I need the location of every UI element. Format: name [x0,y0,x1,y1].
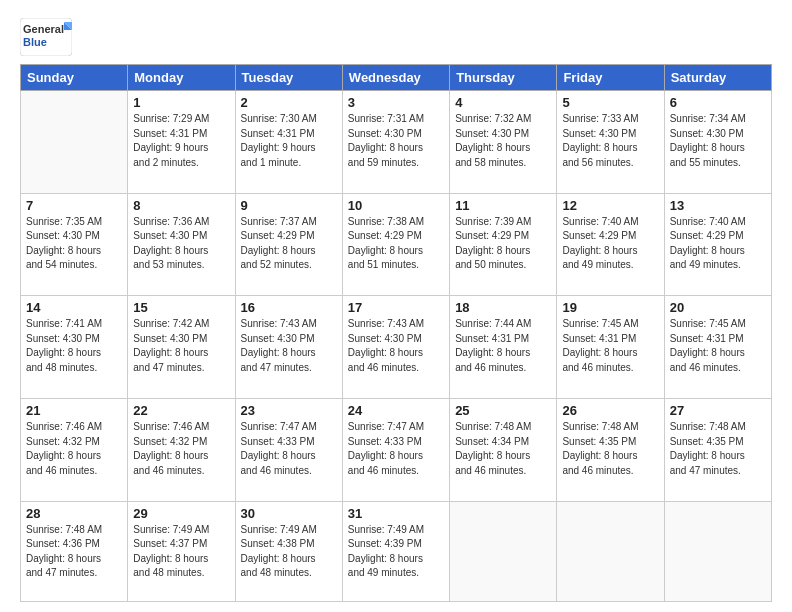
calendar-cell: 15Sunrise: 7:42 AMSunset: 4:30 PMDayligh… [128,296,235,399]
calendar-cell: 25Sunrise: 7:48 AMSunset: 4:34 PMDayligh… [450,399,557,502]
cell-content: Sunrise: 7:43 AMSunset: 4:30 PMDaylight:… [348,317,444,375]
cell-content: Sunrise: 7:47 AMSunset: 4:33 PMDaylight:… [241,420,337,478]
day-number: 7 [26,198,122,213]
day-number: 17 [348,300,444,315]
week-row-3: 14Sunrise: 7:41 AMSunset: 4:30 PMDayligh… [21,296,772,399]
week-row-1: 1Sunrise: 7:29 AMSunset: 4:31 PMDaylight… [21,91,772,194]
day-number: 3 [348,95,444,110]
day-number: 1 [133,95,229,110]
calendar-cell: 11Sunrise: 7:39 AMSunset: 4:29 PMDayligh… [450,193,557,296]
calendar-cell: 29Sunrise: 7:49 AMSunset: 4:37 PMDayligh… [128,501,235,601]
day-number: 4 [455,95,551,110]
calendar-cell: 5Sunrise: 7:33 AMSunset: 4:30 PMDaylight… [557,91,664,194]
calendar-cell: 30Sunrise: 7:49 AMSunset: 4:38 PMDayligh… [235,501,342,601]
cell-content: Sunrise: 7:36 AMSunset: 4:30 PMDaylight:… [133,215,229,273]
day-number: 23 [241,403,337,418]
calendar-cell [450,501,557,601]
cell-content: Sunrise: 7:43 AMSunset: 4:30 PMDaylight:… [241,317,337,375]
calendar-cell [21,91,128,194]
cell-content: Sunrise: 7:38 AMSunset: 4:29 PMDaylight:… [348,215,444,273]
cell-content: Sunrise: 7:48 AMSunset: 4:35 PMDaylight:… [562,420,658,478]
day-header-row: SundayMondayTuesdayWednesdayThursdayFrid… [21,65,772,91]
calendar-cell: 20Sunrise: 7:45 AMSunset: 4:31 PMDayligh… [664,296,771,399]
day-number: 15 [133,300,229,315]
day-number: 10 [348,198,444,213]
day-header-monday: Monday [128,65,235,91]
calendar-cell: 8Sunrise: 7:36 AMSunset: 4:30 PMDaylight… [128,193,235,296]
calendar-cell [664,501,771,601]
day-number: 18 [455,300,551,315]
calendar-cell: 17Sunrise: 7:43 AMSunset: 4:30 PMDayligh… [342,296,449,399]
day-number: 16 [241,300,337,315]
day-number: 25 [455,403,551,418]
cell-content: Sunrise: 7:29 AMSunset: 4:31 PMDaylight:… [133,112,229,170]
day-number: 30 [241,506,337,521]
day-number: 14 [26,300,122,315]
logo-svg: General Blue [20,18,72,56]
day-number: 19 [562,300,658,315]
cell-content: Sunrise: 7:40 AMSunset: 4:29 PMDaylight:… [670,215,766,273]
cell-content: Sunrise: 7:45 AMSunset: 4:31 PMDaylight:… [562,317,658,375]
calendar-cell: 3Sunrise: 7:31 AMSunset: 4:30 PMDaylight… [342,91,449,194]
day-number: 6 [670,95,766,110]
cell-content: Sunrise: 7:40 AMSunset: 4:29 PMDaylight:… [562,215,658,273]
calendar-cell: 18Sunrise: 7:44 AMSunset: 4:31 PMDayligh… [450,296,557,399]
day-header-sunday: Sunday [21,65,128,91]
calendar-cell: 19Sunrise: 7:45 AMSunset: 4:31 PMDayligh… [557,296,664,399]
day-number: 24 [348,403,444,418]
svg-text:General: General [23,23,64,35]
cell-content: Sunrise: 7:48 AMSunset: 4:34 PMDaylight:… [455,420,551,478]
calendar-cell: 4Sunrise: 7:32 AMSunset: 4:30 PMDaylight… [450,91,557,194]
calendar-cell: 2Sunrise: 7:30 AMSunset: 4:31 PMDaylight… [235,91,342,194]
calendar-cell: 16Sunrise: 7:43 AMSunset: 4:30 PMDayligh… [235,296,342,399]
day-number: 9 [241,198,337,213]
cell-content: Sunrise: 7:46 AMSunset: 4:32 PMDaylight:… [133,420,229,478]
cell-content: Sunrise: 7:35 AMSunset: 4:30 PMDaylight:… [26,215,122,273]
calendar-cell: 24Sunrise: 7:47 AMSunset: 4:33 PMDayligh… [342,399,449,502]
calendar-cell: 1Sunrise: 7:29 AMSunset: 4:31 PMDaylight… [128,91,235,194]
calendar-cell: 28Sunrise: 7:48 AMSunset: 4:36 PMDayligh… [21,501,128,601]
calendar-cell: 22Sunrise: 7:46 AMSunset: 4:32 PMDayligh… [128,399,235,502]
cell-content: Sunrise: 7:49 AMSunset: 4:38 PMDaylight:… [241,523,337,581]
day-header-friday: Friday [557,65,664,91]
day-number: 31 [348,506,444,521]
svg-text:Blue: Blue [23,36,47,48]
cell-content: Sunrise: 7:32 AMSunset: 4:30 PMDaylight:… [455,112,551,170]
week-row-4: 21Sunrise: 7:46 AMSunset: 4:32 PMDayligh… [21,399,772,502]
cell-content: Sunrise: 7:39 AMSunset: 4:29 PMDaylight:… [455,215,551,273]
cell-content: Sunrise: 7:31 AMSunset: 4:30 PMDaylight:… [348,112,444,170]
day-number: 22 [133,403,229,418]
cell-content: Sunrise: 7:49 AMSunset: 4:39 PMDaylight:… [348,523,444,581]
cell-content: Sunrise: 7:48 AMSunset: 4:36 PMDaylight:… [26,523,122,581]
calendar-cell: 9Sunrise: 7:37 AMSunset: 4:29 PMDaylight… [235,193,342,296]
calendar-cell: 31Sunrise: 7:49 AMSunset: 4:39 PMDayligh… [342,501,449,601]
cell-content: Sunrise: 7:48 AMSunset: 4:35 PMDaylight:… [670,420,766,478]
day-number: 13 [670,198,766,213]
cell-content: Sunrise: 7:46 AMSunset: 4:32 PMDaylight:… [26,420,122,478]
page: General Blue SundayMondayTuesdayWednesda… [0,0,792,612]
calendar-cell: 23Sunrise: 7:47 AMSunset: 4:33 PMDayligh… [235,399,342,502]
day-number: 29 [133,506,229,521]
day-header-wednesday: Wednesday [342,65,449,91]
calendar-cell: 21Sunrise: 7:46 AMSunset: 4:32 PMDayligh… [21,399,128,502]
cell-content: Sunrise: 7:30 AMSunset: 4:31 PMDaylight:… [241,112,337,170]
week-row-2: 7Sunrise: 7:35 AMSunset: 4:30 PMDaylight… [21,193,772,296]
cell-content: Sunrise: 7:37 AMSunset: 4:29 PMDaylight:… [241,215,337,273]
day-number: 12 [562,198,658,213]
day-number: 8 [133,198,229,213]
cell-content: Sunrise: 7:34 AMSunset: 4:30 PMDaylight:… [670,112,766,170]
day-number: 5 [562,95,658,110]
day-number: 20 [670,300,766,315]
calendar-cell: 13Sunrise: 7:40 AMSunset: 4:29 PMDayligh… [664,193,771,296]
calendar-cell: 6Sunrise: 7:34 AMSunset: 4:30 PMDaylight… [664,91,771,194]
week-row-5: 28Sunrise: 7:48 AMSunset: 4:36 PMDayligh… [21,501,772,601]
cell-content: Sunrise: 7:45 AMSunset: 4:31 PMDaylight:… [670,317,766,375]
day-number: 27 [670,403,766,418]
day-header-saturday: Saturday [664,65,771,91]
day-number: 26 [562,403,658,418]
calendar: SundayMondayTuesdayWednesdayThursdayFrid… [20,64,772,602]
cell-content: Sunrise: 7:33 AMSunset: 4:30 PMDaylight:… [562,112,658,170]
header: General Blue [20,18,772,56]
calendar-cell: 14Sunrise: 7:41 AMSunset: 4:30 PMDayligh… [21,296,128,399]
day-header-thursday: Thursday [450,65,557,91]
